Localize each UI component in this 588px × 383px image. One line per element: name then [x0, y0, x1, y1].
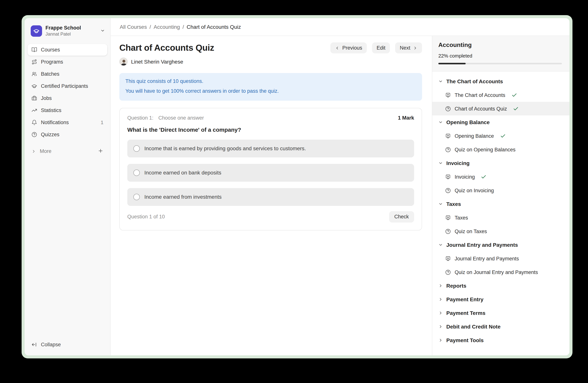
author-row: Linet Sherin Varghese	[119, 57, 422, 66]
chevron-down-icon	[438, 120, 443, 125]
sidebar-item-programs[interactable]: Programs	[28, 56, 107, 68]
outline-lesson[interactable]: The Chart of Accounts	[432, 88, 569, 102]
quiz-icon	[445, 147, 451, 152]
sidebar-item-courses[interactable]: Courses	[28, 44, 107, 56]
question-footer: Question 1 of 10 Check	[127, 211, 414, 222]
options-list: Income that is earned by providing goods…	[127, 139, 414, 206]
author-name: Linet Sherin Varghese	[131, 59, 183, 65]
section-title: The Chart of Accounts	[446, 78, 503, 84]
course-progress-bar	[438, 63, 562, 64]
radio-button[interactable]	[133, 145, 140, 152]
outline-quiz-current[interactable]: Chart of Accounts Quiz	[432, 102, 569, 115]
section-title: Taxes	[446, 201, 461, 207]
sidebar-item-quizzes[interactable]: Quizzes	[28, 129, 107, 140]
outline-quiz[interactable]: Quiz on Journal Entry and Payments	[432, 265, 569, 279]
sidebar-item-certified-participants[interactable]: Certified Participants	[28, 80, 107, 92]
radio-button[interactable]	[133, 193, 140, 200]
outline-section-invoicing[interactable]: Invoicing	[432, 156, 569, 170]
next-button[interactable]: Next	[395, 42, 422, 53]
chevron-down-icon	[438, 243, 443, 247]
outline-section-debit-credit-note[interactable]: Debit and Credit Note	[432, 320, 569, 333]
radio-button[interactable]	[133, 169, 140, 176]
breadcrumb-current: Chart of Accounts Quiz	[187, 24, 241, 30]
content-row: Chart of Accounts Quiz Previous Edit Nex…	[111, 36, 569, 355]
breadcrumb-all-courses[interactable]: All Courses	[120, 24, 147, 30]
sidebar-item-label: Batches	[41, 71, 60, 77]
outline-lesson[interactable]: Opening Balance	[432, 129, 569, 143]
quiz-notice: This quiz consists of 10 questions. You …	[119, 73, 422, 100]
sidebar-item-label: Certified Participants	[41, 83, 88, 89]
lesson-icon	[445, 133, 451, 139]
outline-quiz[interactable]: Quiz on Taxes	[432, 224, 569, 238]
outline-section-payment-entry[interactable]: Payment Entry	[432, 292, 569, 306]
sidebar-item-label: Quizzes	[41, 132, 60, 137]
check-icon	[481, 174, 487, 180]
sidebar-item-notifications[interactable]: Notifications 1	[28, 116, 107, 128]
quiz-label: Quiz on Invoicing	[455, 188, 494, 193]
chevron-left-icon	[335, 46, 340, 50]
notice-line-2: You will have to get 100% correct answer…	[126, 88, 416, 95]
chevron-right-icon	[438, 324, 443, 329]
lesson-icon	[445, 174, 451, 180]
section-title: Debit and Credit Note	[446, 324, 501, 330]
outline-section-reports[interactable]: Reports	[432, 279, 569, 292]
lesson-label: Invoicing	[455, 174, 475, 180]
sidebar-item-jobs[interactable]: Jobs	[28, 92, 107, 104]
course-outline-sidebar: Accounting 22% completed The Chart of Ac…	[432, 36, 569, 355]
section-title: Payment Entry	[446, 296, 483, 302]
desktop-background: Frappe School Jannat Patel Courses Progr…	[0, 0, 588, 383]
briefcase-icon	[31, 95, 37, 101]
sidebar-item-label: Courses	[41, 47, 60, 52]
option-label: Income earned on bank deposits	[144, 170, 221, 176]
notice-line-1: This quiz consists of 10 questions.	[126, 77, 416, 85]
check-icon	[513, 106, 519, 112]
workspace-user: Jannat Patel	[45, 31, 81, 37]
next-label: Next	[400, 45, 410, 51]
chevron-right-icon	[438, 297, 443, 302]
sidebar-item-label: Statistics	[41, 107, 61, 113]
add-button[interactable]	[98, 148, 104, 154]
edit-button[interactable]: Edit	[372, 42, 390, 53]
sidebar-more[interactable]: More	[28, 146, 107, 157]
option-row[interactable]: Income earned on bank deposits	[127, 164, 414, 181]
quiz-label: Chart of Accounts Quiz	[455, 106, 507, 112]
outline-lesson[interactable]: Taxes	[432, 211, 569, 224]
option-row[interactable]: Income that is earned by providing goods…	[127, 139, 414, 157]
question-progress: Question 1 of 10	[127, 214, 165, 219]
lesson-label: Taxes	[455, 215, 468, 220]
breadcrumb: All Courses / Accounting / Chart of Acco…	[111, 18, 569, 36]
help-circle-icon	[31, 132, 37, 137]
question-instruction: Choose one answer	[158, 115, 204, 120]
outline-section-journal-entry[interactable]: Journal Entry and Payments	[432, 238, 569, 252]
workspace-switcher[interactable]: Frappe School Jannat Patel	[28, 21, 107, 41]
breadcrumb-accounting[interactable]: Accounting	[154, 24, 180, 30]
quiz-nav-buttons: Previous Edit Next	[331, 42, 422, 53]
outline-quiz[interactable]: Quiz on Opening Balances	[432, 143, 569, 156]
book-open-icon	[31, 47, 37, 52]
collapse-label: Collapse	[41, 342, 61, 347]
lesson-label: Opening Balance	[455, 133, 494, 139]
outline-section-payment-tools[interactable]: Payment Tools	[432, 333, 569, 347]
outline-section-payment-terms[interactable]: Payment Terms	[432, 306, 569, 320]
outline-section-opening-balance[interactable]: Opening Balance	[432, 115, 569, 129]
sidebar-item-batches[interactable]: Batches	[28, 68, 107, 80]
option-row[interactable]: Income earned from investments	[127, 188, 414, 206]
outline-section-taxes[interactable]: Taxes	[432, 197, 569, 211]
workspace-labels: Frappe School Jannat Patel	[45, 25, 81, 37]
outline-lesson[interactable]: Journal Entry and Payments	[432, 252, 569, 265]
outline-section-chart-of-accounts[interactable]: The Chart of Accounts	[432, 75, 569, 88]
sidebar-collapse-button[interactable]: Collapse	[28, 339, 107, 350]
route-icon	[31, 59, 37, 64]
left-sidebar: Frappe School Jannat Patel Courses Progr…	[25, 18, 111, 355]
check-icon	[511, 92, 517, 98]
sidebar-item-label: Jobs	[41, 95, 52, 101]
question-text: What is the 'Direct Income' of a company…	[127, 126, 414, 133]
quiz-icon	[445, 106, 451, 112]
outline-quiz[interactable]: Quiz on Invoicing	[432, 184, 569, 197]
quiz-label: Quiz on Taxes	[455, 229, 487, 234]
previous-button[interactable]: Previous	[331, 42, 367, 53]
check-button[interactable]: Check	[389, 211, 414, 222]
outline-lesson[interactable]: Invoicing	[432, 170, 569, 184]
breadcrumb-separator: /	[183, 24, 184, 30]
sidebar-item-statistics[interactable]: Statistics	[28, 104, 107, 116]
